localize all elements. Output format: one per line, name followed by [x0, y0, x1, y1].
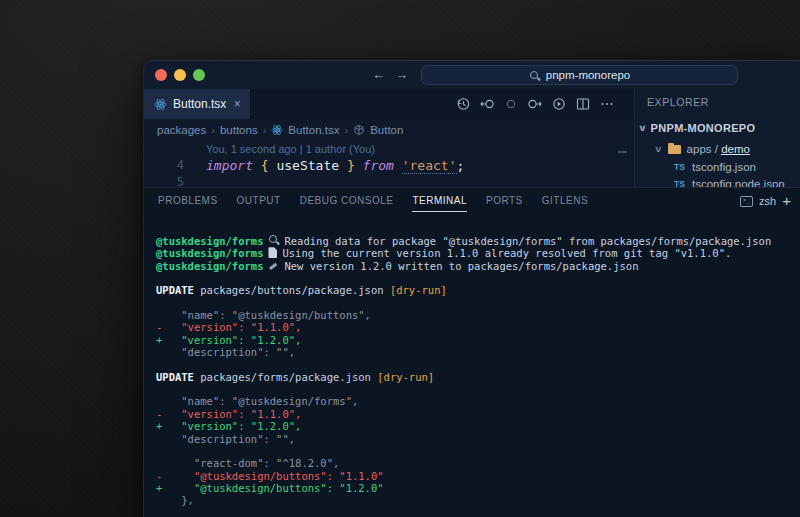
navigate-forward-icon[interactable]: → [395, 66, 408, 84]
terminal-line: UPDATE packages/buttons/package.json [dr… [156, 284, 800, 296]
terminal-line: - "@tuskdesign/buttons": "1.1.0" [156, 470, 800, 482]
symbol-class-icon [353, 124, 365, 136]
explorer-item-apps-demo[interactable]: ∨ apps / demo [655, 141, 750, 157]
tab-ports[interactable]: PORTS [486, 188, 523, 214]
open-changes-icon[interactable] [550, 96, 567, 113]
change-dot-icon[interactable] [502, 96, 519, 113]
window-controls [155, 69, 205, 81]
explorer-root-pnpm-monorepo[interactable]: ∨ PNPM-MONOREPO [639, 120, 755, 136]
search-icon [529, 70, 540, 81]
code-line: 5 [144, 175, 634, 187]
shell-label[interactable]: zsh [759, 195, 776, 207]
terminal-controls: zsh + [740, 188, 791, 214]
tab-terminal[interactable]: TERMINAL [412, 188, 467, 214]
terminal-line: @tuskdesign/formsUsing the current versi… [156, 247, 800, 259]
desktop: { "colors": { "package_green": "#34d588"… [0, 0, 800, 517]
breadcrumb-file[interactable]: Button.tsx [288, 124, 339, 136]
breadcrumb: packages › buttons › Button.tsx › Button [144, 119, 634, 141]
terminal-line [156, 445, 800, 457]
terminal-line: }, [156, 494, 800, 506]
explorer-header: EXPLORER [647, 96, 709, 108]
chevron-right-icon: › [263, 124, 267, 136]
breadcrumb-packages[interactable]: packages [157, 124, 206, 136]
terminal-line [156, 297, 800, 309]
terminal-line: "name": "@tuskdesign/buttons", [156, 309, 800, 321]
terminal-line: + "@tuskdesign/buttons": "1.2.0" [156, 482, 800, 494]
terminal-line: "name": "@tuskdesign/forms", [156, 395, 800, 407]
tab-button-tsx[interactable]: Button.tsx × [144, 89, 251, 119]
editor-tab-bar: Button.tsx × [144, 89, 634, 119]
terminal-line: "description": "", [156, 433, 800, 445]
timeline-history-icon[interactable] [454, 96, 471, 113]
explorer-item-tsconfig[interactable]: TS tsconfig.json [674, 159, 756, 175]
terminal-line: + "version": "1.2.0", [156, 334, 800, 346]
folder-icon [668, 145, 681, 154]
terminal-line: UPDATE packages/forms/package.json [dry-… [156, 371, 800, 383]
terminal-shell-icon[interactable] [740, 196, 753, 207]
navigate-back-icon[interactable]: ← [372, 66, 385, 84]
tab-output[interactable]: OUTPUT [237, 188, 281, 214]
previous-change-icon[interactable] [478, 96, 495, 113]
doc-icon [268, 247, 277, 258]
terminal-line [156, 272, 800, 284]
explorer-item-tsconfig-node[interactable]: TS tsconfig.node.json [674, 176, 785, 187]
minimize-window-button[interactable] [174, 69, 186, 81]
close-tab-icon[interactable]: × [232, 97, 242, 111]
typescript-icon: TS [674, 162, 688, 172]
split-editor-icon[interactable] [574, 96, 591, 113]
terminal-line: - "version": "1.1.0", [156, 408, 800, 420]
terminal-line: @tuskdesign/formsReading data for packag… [156, 235, 800, 247]
terminal-line [156, 383, 800, 395]
terminal-line: @tuskdesign/formsNew version 1.2.0 writt… [156, 260, 800, 272]
pen-icon [268, 261, 279, 271]
chevron-down-icon: ∨ [654, 144, 663, 154]
zoom-window-button[interactable] [193, 69, 205, 81]
tab-gitlens[interactable]: GITLENS [542, 188, 588, 214]
code-line: 4 import { useState } from 'react'; [144, 158, 634, 176]
bottom-panel: PROBLEMS OUTPUT DEBUG CONSOLE TERMINAL P… [144, 187, 800, 517]
more-actions-icon[interactable] [598, 96, 615, 113]
panel-tab-bar: PROBLEMS OUTPUT DEBUG CONSOLE TERMINAL P… [158, 188, 607, 214]
search-value: pnpm-monorepo [546, 69, 630, 81]
line-number: 5 [154, 175, 184, 187]
chevron-down-icon: ∨ [638, 123, 648, 133]
breadcrumb-symbol[interactable]: Button [370, 124, 403, 136]
tab-problems[interactable]: PROBLEMS [158, 188, 218, 214]
terminal-output[interactable]: @tuskdesign/formsReading data for packag… [156, 235, 800, 517]
react-icon [154, 98, 167, 111]
title-bar: ← → pnpm-monorepo [144, 61, 800, 89]
minimap[interactable] [618, 151, 627, 153]
terminal-line: + "version": "1.2.0", [156, 420, 800, 432]
tab-debug-console[interactable]: DEBUG CONSOLE [300, 188, 394, 214]
terminal-line: "description": "", [156, 346, 800, 358]
code-text: import { useState } from 'react'; [206, 158, 464, 173]
explorer-sidebar: EXPLORER ∨ PNPM-MONOREPO ∨ apps / demo T… [634, 89, 800, 187]
gitlens-blame-annotation[interactable]: You, 1 second ago | 1 author (You) [206, 143, 375, 155]
terminal-line: "react-dom": "^18.2.0", [156, 457, 800, 469]
close-window-button[interactable] [155, 69, 167, 81]
chevron-right-icon: › [344, 124, 348, 136]
line-number: 4 [154, 158, 184, 172]
new-terminal-icon[interactable]: + [782, 194, 791, 208]
breadcrumb-buttons[interactable]: buttons [220, 124, 258, 136]
vscode-window: ← → pnpm-monorepo Button.tsx × packages … [143, 60, 800, 517]
next-change-icon[interactable] [526, 96, 543, 113]
tab-label: Button.tsx [173, 97, 226, 111]
editor-actions [454, 89, 615, 119]
chevron-right-icon: › [211, 124, 215, 136]
editor-pane[interactable]: You, 1 second ago | 1 author (You) 4 imp… [144, 141, 634, 187]
terminal-line: - "version": "1.1.0", [156, 321, 800, 333]
command-center-search[interactable]: pnpm-monorepo [421, 65, 738, 85]
typescript-icon: TS [674, 179, 688, 187]
terminal-line [156, 358, 800, 370]
react-icon [271, 124, 283, 136]
search-icon [268, 235, 279, 246]
